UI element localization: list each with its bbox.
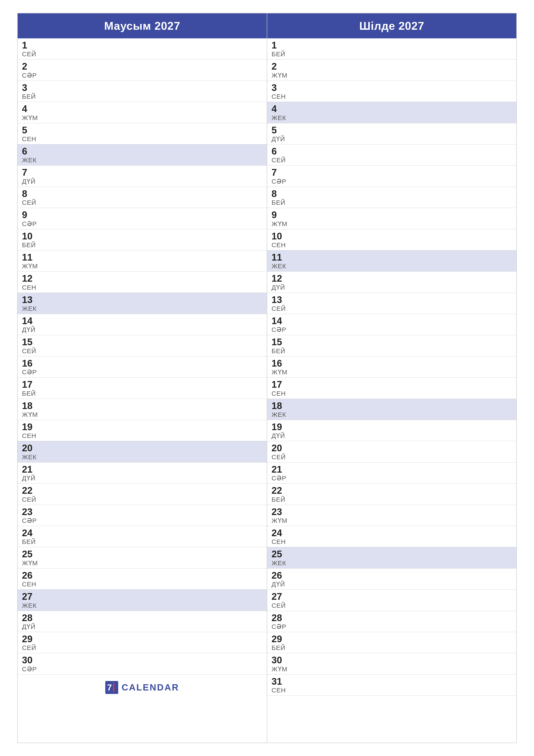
june-day-13: 13 ЖЕК <box>18 293 267 314</box>
july-day-number-7: 7 <box>271 167 512 177</box>
june-day-name-4: ЖҮМ <box>22 114 263 121</box>
july-day-22: 22 БЕЙ <box>267 484 516 505</box>
july-day-number-27: 27 <box>271 591 512 602</box>
july-day-name-15: БЕЙ <box>271 347 512 355</box>
july-day-29: 29 БЕЙ <box>267 632 516 653</box>
july-day-30: 30 ЖҮМ <box>267 653 516 674</box>
june-day-number-23: 23 <box>22 507 263 517</box>
july-day-name-4: ЖЕК <box>271 114 512 121</box>
july-day-5: 5 ДҮЙ <box>267 123 516 145</box>
june-day-number-27: 27 <box>22 591 263 602</box>
july-day-number-19: 19 <box>271 422 512 432</box>
june-day-15: 15 СЕЙ <box>18 335 267 356</box>
july-day-20: 20 СЕЙ <box>267 441 516 462</box>
july-day-number-16: 16 <box>271 358 512 368</box>
july-day-name-10: СЕН <box>271 241 512 249</box>
june-day-30: 30 СӘР <box>18 653 267 674</box>
june-day-number-15: 15 <box>22 337 263 347</box>
july-day-26: 26 ДҮЙ <box>267 569 516 590</box>
july-day-10: 10 СЕН <box>267 229 516 251</box>
june-day-24: 24 БЕЙ <box>18 526 267 547</box>
july-day-name-20: СЕЙ <box>271 453 512 461</box>
july-day-27: 27 СЕЙ <box>267 590 516 611</box>
june-day-29: 29 СЕЙ <box>18 632 267 653</box>
july-day-name-17: СЕН <box>271 390 512 397</box>
july-day-number-21: 21 <box>271 464 512 474</box>
july-day-name-28: СӘР <box>271 623 512 630</box>
june-day-9: 9 СӘР <box>18 208 267 229</box>
june-day-number-2: 2 <box>22 61 263 71</box>
june-day-number-10: 10 <box>22 231 263 241</box>
july-day-number-18: 18 <box>271 401 512 411</box>
june-day-name-3: БЕЙ <box>22 93 263 100</box>
june-day-name-10: БЕЙ <box>22 241 263 249</box>
july-day-name-16: ЖҮМ <box>271 368 512 376</box>
july-column: Шілде 2027 1 БЕЙ 2 ЖҮМ 3 СЕН 4 ЖЕК 5 ДҮЙ… <box>267 14 516 742</box>
july-day-name-24: СЕН <box>271 538 512 545</box>
calendar-footer: 7 CALENDAR <box>18 675 267 694</box>
june-day-name-26: СЕН <box>22 580 263 588</box>
june-day-number-21: 21 <box>22 464 263 474</box>
june-day-name-5: СЕН <box>22 135 263 143</box>
july-day-number-4: 4 <box>271 104 512 114</box>
june-day-23: 23 СӘР <box>18 505 267 526</box>
july-day-number-11: 11 <box>271 252 512 262</box>
july-day-number-25: 25 <box>271 549 512 559</box>
july-day-name-30: ЖҮМ <box>271 665 512 673</box>
june-day-number-25: 25 <box>22 549 263 559</box>
july-day-name-29: БЕЙ <box>271 644 512 651</box>
june-day-name-1: СЕЙ <box>22 50 263 58</box>
june-day-name-19: СЕН <box>22 432 263 439</box>
july-day-number-8: 8 <box>271 189 512 199</box>
june-day-6: 6 ЖЕК <box>18 145 267 166</box>
july-day-number-5: 5 <box>271 125 512 135</box>
july-day-6: 6 СЕЙ <box>267 145 516 166</box>
july-day-19: 19 ДҮЙ <box>267 420 516 441</box>
june-day-number-8: 8 <box>22 189 263 199</box>
july-day-name-27: СЕЙ <box>271 602 512 609</box>
june-day-number-9: 9 <box>22 210 263 220</box>
july-day-number-14: 14 <box>271 316 512 326</box>
logo: 7 CALENDAR <box>105 681 179 694</box>
july-day-number-20: 20 <box>271 443 512 453</box>
july-day-name-11: ЖЕК <box>271 262 512 270</box>
june-day-19: 19 СЕН <box>18 420 267 441</box>
june-day-number-13: 13 <box>22 295 263 305</box>
june-day-name-13: ЖЕК <box>22 305 263 312</box>
june-header: Маусым 2027 <box>18 14 267 39</box>
june-day-name-25: ЖҮМ <box>22 559 263 567</box>
june-day-name-11: ЖҮМ <box>22 262 263 270</box>
june-day-name-17: БЕЙ <box>22 390 263 397</box>
july-day-number-22: 22 <box>271 485 512 496</box>
june-day-name-18: ЖҮМ <box>22 411 263 418</box>
june-day-number-17: 17 <box>22 379 263 390</box>
june-day-18: 18 ЖҮМ <box>18 399 267 420</box>
june-days: 1 СЕЙ 2 СӘР 3 БЕЙ 4 ЖҮМ 5 СЕН 6 ЖЕК 7 ДҮ… <box>18 39 267 675</box>
june-day-name-23: СӘР <box>22 517 263 524</box>
july-day-number-30: 30 <box>271 655 512 665</box>
june-day-name-24: БЕЙ <box>22 538 263 545</box>
june-day-25: 25 ЖҮМ <box>18 547 267 568</box>
june-day-number-30: 30 <box>22 655 263 665</box>
july-day-9: 9 ЖҮМ <box>267 208 516 229</box>
july-day-25: 25 ЖЕК <box>267 547 516 568</box>
june-day-number-16: 16 <box>22 358 263 368</box>
june-day-27: 27 ЖЕК <box>18 590 267 611</box>
july-day-31: 31 СЕН <box>267 675 516 696</box>
july-day-name-1: БЕЙ <box>271 50 512 58</box>
june-day-number-26: 26 <box>22 570 263 580</box>
svg-text:7: 7 <box>107 683 112 692</box>
june-column: Маусым 2027 1 СЕЙ 2 СӘР 3 БЕЙ 4 ЖҮМ 5 СЕ… <box>18 14 267 742</box>
june-day-name-15: СЕЙ <box>22 347 263 355</box>
july-day-name-13: СЕЙ <box>271 305 512 312</box>
july-day-number-12: 12 <box>271 273 512 284</box>
june-day-name-16: СӘР <box>22 368 263 376</box>
july-day-number-10: 10 <box>271 231 512 241</box>
july-day-21: 21 СӘР <box>267 463 516 484</box>
june-day-name-30: СӘР <box>22 665 263 673</box>
july-day-number-24: 24 <box>271 528 512 538</box>
june-day-1: 1 СЕЙ <box>18 39 267 60</box>
june-day-21: 21 ДҮЙ <box>18 463 267 484</box>
june-day-name-28: ДҮЙ <box>22 623 263 630</box>
june-day-17: 17 БЕЙ <box>18 378 267 399</box>
